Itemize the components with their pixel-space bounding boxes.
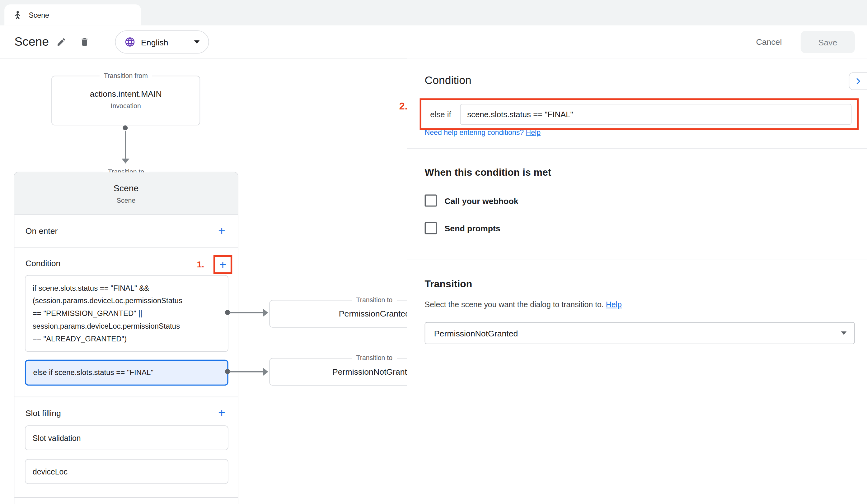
- scene-node-subtitle: Scene: [14, 197, 238, 205]
- webhook-checkbox[interactable]: [425, 194, 437, 207]
- prompts-checkbox[interactable]: [425, 222, 437, 234]
- when-met-title: When this condition is met: [425, 167, 552, 178]
- globe-icon: [125, 36, 136, 47]
- webhook-checkbox-label: Call your webhook: [445, 196, 518, 205]
- page-title: Scene: [14, 25, 49, 59]
- condition-item-2-selected[interactable]: else if scene.slots.status == "FINAL": [25, 360, 228, 386]
- connector-line: [229, 371, 264, 372]
- save-button[interactable]: Save: [801, 31, 855, 53]
- page-header: Scene English Cancel Save: [0, 25, 867, 59]
- arrow-right-icon: [263, 309, 268, 317]
- invocation-node[interactable]: Transition from actions.intent.MAIN Invo…: [51, 76, 200, 125]
- add-on-enter-button[interactable]: +: [214, 222, 230, 239]
- language-selector[interactable]: English: [115, 31, 209, 54]
- connector-line: [125, 131, 126, 158]
- delete-scene-button[interactable]: [78, 35, 92, 49]
- transition-description-text: Select the scene you want the dialog to …: [425, 300, 604, 309]
- connector-dot: [122, 125, 128, 130]
- collapse-panel-button[interactable]: [849, 73, 867, 90]
- invocation-subtitle: Invocation: [52, 102, 200, 110]
- divider: [14, 497, 238, 498]
- condition-expression-input[interactable]: [460, 103, 852, 125]
- tab-scene[interactable]: Scene: [4, 4, 141, 25]
- webhook-checkbox-row[interactable]: Call your webhook: [425, 194, 518, 207]
- scene-node-header[interactable]: Scene Scene: [14, 172, 238, 215]
- annotation-box-1: +: [214, 255, 232, 274]
- on-enter-label: On enter: [25, 226, 214, 235]
- scene-person-icon: [13, 11, 22, 19]
- condition-help-text: Need help entering conditions?: [425, 128, 524, 136]
- app-root: Scene Scene English Cancel Save Transiti…: [0, 0, 867, 504]
- condition-item-1[interactable]: if scene.slots.status == "FINAL" && (ses…: [25, 275, 228, 352]
- divider: [407, 148, 867, 149]
- transition-title: Transition: [425, 278, 472, 290]
- annotation-2: 2.: [399, 100, 408, 112]
- scene-node-title: Scene: [14, 172, 238, 194]
- prompts-checkbox-row[interactable]: Send prompts: [425, 222, 500, 234]
- annotation-box-2: else if: [420, 98, 859, 130]
- tab-label: Scene: [29, 11, 49, 19]
- connector-line: [229, 312, 264, 314]
- add-slot-button[interactable]: +: [214, 405, 230, 421]
- slot-item-deviceloc[interactable]: deviceLoc: [25, 459, 228, 484]
- condition-help-line: Need help entering conditions? Help: [425, 128, 540, 136]
- cancel-button[interactable]: Cancel: [756, 25, 782, 59]
- condition-editor-panel: Condition 2. else if Need help entering …: [407, 58, 867, 504]
- prompts-checkbox-label: Send prompts: [445, 223, 500, 233]
- slot-filling-section: Slot filling +: [14, 397, 238, 429]
- slot-item-validation[interactable]: Slot validation: [25, 425, 228, 450]
- pencil-icon: [56, 37, 66, 47]
- panel-title: Condition: [425, 74, 471, 87]
- add-condition-button[interactable]: +: [215, 256, 231, 273]
- chevron-right-icon: [854, 77, 862, 86]
- invocation-title: actions.intent.MAIN: [52, 89, 200, 98]
- arrow-right-icon: [263, 368, 268, 375]
- edit-scene-button[interactable]: [55, 35, 68, 49]
- condition-section: Condition: [14, 248, 238, 278]
- transition-help-link[interactable]: Help: [606, 300, 622, 309]
- transition-select[interactable]: PermissionNotGranted: [425, 322, 855, 344]
- condition-help-link[interactable]: Help: [526, 128, 541, 136]
- chevron-down-icon: [194, 41, 200, 44]
- annotation-1: 1.: [197, 260, 204, 270]
- on-enter-section: On enter +: [14, 214, 238, 248]
- tab-strip: Scene: [0, 0, 867, 25]
- scene-node: Transition to Scene Scene On enter + Con…: [14, 172, 238, 504]
- trash-icon: [80, 37, 90, 47]
- select-caret-icon: [841, 331, 846, 335]
- language-label: English: [141, 37, 189, 47]
- arrow-down-icon: [122, 158, 129, 164]
- invocation-frame-label: Transition from: [99, 72, 152, 80]
- condition-operator-label: else if: [430, 110, 451, 119]
- slot-filling-label: Slot filling: [25, 408, 214, 417]
- divider: [407, 260, 867, 260]
- transition-select-value: PermissionNotGranted: [434, 328, 518, 338]
- transition-description: Select the scene you want the dialog to …: [425, 300, 622, 309]
